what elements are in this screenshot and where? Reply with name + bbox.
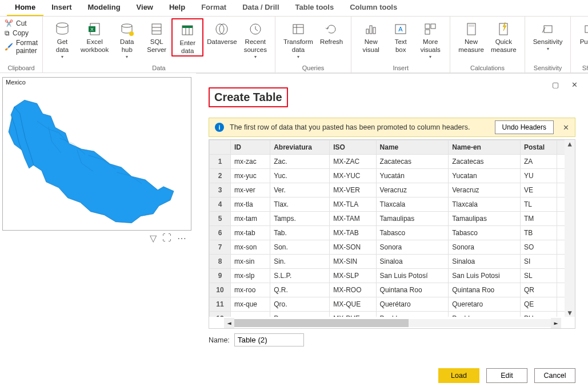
cell[interactable]: Qro.	[270, 297, 330, 312]
excel-workbook-button[interactable]: XExcel workbook	[77, 18, 112, 54]
cell[interactable]: TL	[521, 197, 557, 212]
tab-view[interactable]: View	[129, 0, 161, 16]
cell[interactable]: SL	[521, 269, 557, 283]
more-options-icon[interactable]: ⋯	[177, 233, 186, 244]
table-row[interactable]: 2mx-yucYuc.MX-YUCYucatánYucatanYU	[210, 169, 575, 183]
cell[interactable]: Tlaxcala	[449, 197, 521, 212]
new-visual-button[interactable]: New visual	[356, 18, 386, 54]
cell[interactable]: mx-tla	[231, 197, 270, 212]
message-close-icon[interactable]: ✕	[563, 123, 569, 132]
column-header[interactable]: Postal	[521, 140, 557, 155]
cell[interactable]: Quintana Roo	[376, 283, 449, 297]
cell[interactable]: Veracruz	[376, 183, 449, 197]
table-row[interactable]: 6mx-tabTab.MX-TABTabascoTabascoTB	[210, 226, 575, 240]
table-name-input[interactable]	[234, 333, 304, 346]
row-number[interactable]: 2	[210, 169, 231, 183]
row-number[interactable]: 8	[210, 255, 231, 269]
vertical-scrollbar[interactable]: ▲▼	[565, 140, 575, 317]
cell[interactable]: Yuc.	[270, 169, 330, 183]
column-header[interactable]: ISO	[330, 140, 376, 155]
cell[interactable]: Tabasco	[449, 226, 521, 240]
cell[interactable]: Puebla	[376, 312, 449, 317]
cell[interactable]: YU	[521, 169, 557, 183]
tab-insert[interactable]: Insert	[43, 0, 79, 16]
cell[interactable]: mx-ver	[231, 183, 270, 197]
table-row[interactable]: 5mx-tamTamps.MX-TAMTamaulipasTamaulipasT…	[210, 212, 575, 226]
table-row[interactable]: 8mx-sinSin.MX-SINSinaloaSinaloaSI	[210, 255, 575, 269]
cell[interactable]: mx-que	[231, 297, 270, 312]
cell[interactable]: Zacatecas	[376, 155, 449, 169]
dataverse-button[interactable]: Dataverse	[203, 18, 240, 46]
row-number[interactable]: 5	[210, 212, 231, 226]
tab-format[interactable]: Format	[193, 0, 234, 16]
cell[interactable]: MX-PUE	[330, 312, 376, 317]
cell[interactable]: Tlaxcala	[376, 197, 449, 212]
cell[interactable]: Sinaloa	[449, 255, 521, 269]
enter-data-button[interactable]: Enter data	[171, 18, 203, 57]
cell[interactable]: TM	[521, 212, 557, 226]
cell[interactable]: mx-tab	[231, 226, 270, 240]
row-number[interactable]: 11	[210, 297, 231, 312]
cell[interactable]: Sonora	[449, 240, 521, 255]
transform-data-button[interactable]: Transform data▾	[280, 18, 317, 59]
focus-mode-icon[interactable]: ⛶	[162, 233, 171, 244]
cell[interactable]: MX-SLP	[330, 269, 376, 283]
column-header[interactable]: Name-en	[449, 140, 521, 155]
refresh-button[interactable]: Refresh	[317, 18, 346, 46]
tab-column-tools[interactable]: Column tools	[342, 0, 405, 16]
cell[interactable]: SI	[521, 255, 557, 269]
row-number[interactable]: 3	[210, 183, 231, 197]
table-row[interactable]: 3mx-verVer.MX-VERVeracruzVeracruzVE	[210, 183, 575, 197]
cell[interactable]: Q.R.	[270, 283, 330, 297]
cell[interactable]: San Luis Potosi	[449, 269, 521, 283]
column-header[interactable]: ID	[231, 140, 270, 155]
cell[interactable]: Sin.	[270, 255, 330, 269]
cell[interactable]: mx-yuc	[231, 169, 270, 183]
cancel-button[interactable]: Cancel	[534, 368, 575, 383]
cell[interactable]: Yucatan	[449, 169, 521, 183]
filter-icon[interactable]: ▽	[150, 233, 157, 244]
table-row[interactable]: 11mx-queQro.MX-QUEQuerétaroQueretaroQE	[210, 297, 575, 312]
edit-button[interactable]: Edit	[486, 368, 527, 383]
load-button[interactable]: Load	[438, 368, 479, 383]
cell[interactable]: TB	[521, 226, 557, 240]
cell[interactable]: Tlax.	[270, 197, 330, 212]
tab-modeling[interactable]: Modeling	[80, 0, 129, 16]
cell[interactable]: MX-SIN	[330, 255, 376, 269]
get-data-button[interactable]: Get data▾	[47, 18, 77, 59]
table-row[interactable]: 10mx-rooQ.R.MX-ROOQuintana RooQuintana R…	[210, 283, 575, 297]
cell[interactable]: Ver.	[270, 183, 330, 197]
data-hub-button[interactable]: Data hub▾	[112, 18, 142, 59]
cell[interactable]: mx-son	[231, 240, 270, 255]
grid-corner[interactable]	[210, 140, 231, 155]
cell[interactable]: Querétaro	[376, 297, 449, 312]
cell[interactable]: QE	[521, 297, 557, 312]
cell[interactable]: MX-TAB	[330, 226, 376, 240]
cell[interactable]: mx-slp	[231, 269, 270, 283]
cell[interactable]: MX-ZAC	[330, 155, 376, 169]
cell[interactable]: Sinaloa	[376, 255, 449, 269]
sql-server-button[interactable]: SQL Server	[142, 18, 171, 54]
cell[interactable]: MX-YUC	[330, 169, 376, 183]
cut-button[interactable]: ✂️Cut	[5, 19, 38, 27]
cell[interactable]: Yucatán	[376, 169, 449, 183]
cell[interactable]: Tamaulipas	[376, 212, 449, 226]
cell[interactable]: Son.	[270, 240, 330, 255]
table-row[interactable]: 7mx-sonSon.MX-SONSonoraSonoraSO	[210, 240, 575, 255]
tab-home[interactable]: Home	[7, 0, 43, 16]
cell[interactable]: MX-ROO	[330, 283, 376, 297]
recent-sources-button[interactable]: Recent sources▾	[241, 18, 270, 59]
publish-button[interactable]: Publish	[575, 18, 588, 46]
scroll-left-icon[interactable]: ◄	[224, 318, 234, 328]
row-number[interactable]: 10	[210, 283, 231, 297]
cell[interactable]: mx-pue	[231, 312, 270, 317]
tab-help[interactable]: Help	[161, 0, 193, 16]
cell[interactable]: MX-TAM	[330, 212, 376, 226]
cell[interactable]: MX-QUE	[330, 297, 376, 312]
cell[interactable]: Queretaro	[449, 297, 521, 312]
cell[interactable]: Tabasco	[376, 226, 449, 240]
cell[interactable]: SO	[521, 240, 557, 255]
scroll-right-icon[interactable]: ►	[551, 318, 561, 328]
cell[interactable]: Tamaulipas	[449, 212, 521, 226]
more-visuals-button[interactable]: More visuals▾	[415, 18, 445, 59]
